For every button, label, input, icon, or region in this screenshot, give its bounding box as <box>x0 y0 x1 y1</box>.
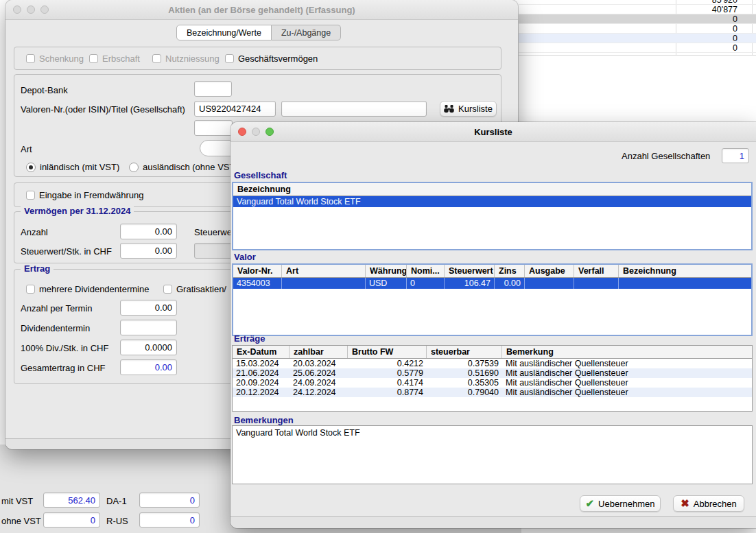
minimize-button[interactable] <box>252 128 260 136</box>
cell-ex-datum: 15.03.2024 <box>233 359 290 368</box>
anzahl-per-termin-field[interactable]: 0.00 <box>120 300 177 316</box>
radio-auslaendisch[interactable]: ausländisch (ohne VST <box>129 162 235 172</box>
steuerwert-stk-label: Steuerwert/Stk. in CHF <box>21 246 112 257</box>
tab-label: Zu-/Abgänge <box>281 28 331 38</box>
kursliste-button[interactable]: Kursliste <box>440 101 497 117</box>
div100-value: 0.0000 <box>145 342 172 353</box>
checkbox-icon <box>26 191 35 200</box>
steuerwert-total-field[interactable] <box>194 243 233 259</box>
header-bemerkung: Bemerkung <box>502 346 752 358</box>
mit-vst-label: mit VST <box>1 496 33 506</box>
table-row[interactable]: 0 <box>519 34 756 43</box>
valoren-label: Valoren-Nr.(oder ISIN)/Titel (Gesellscha… <box>21 104 185 115</box>
header-steuerbar: steuerbar <box>427 346 502 358</box>
cell-zahlbar: 24.09.2024 <box>290 378 348 388</box>
gratisaktien-checkbox[interactable]: Gratisaktien/ <box>163 284 226 294</box>
da1-label: DA-1 <box>106 496 127 506</box>
cell-brutto-fw: 0.4212 <box>348 359 427 368</box>
cell-ausgabe <box>525 278 574 289</box>
header-nominal: Nomi... <box>407 265 445 277</box>
zoom-button[interactable] <box>265 128 274 136</box>
anzahl-per-termin-value: 0.00 <box>155 303 172 313</box>
titel-field[interactable] <box>281 101 427 117</box>
abbrechen-button[interactable]: ✖ Abbrechen <box>673 495 744 512</box>
valor-row-selected[interactable]: 4354003 USD 0 106.47 0.00 <box>233 278 751 289</box>
amount-cell: 40'877 <box>712 5 737 14</box>
depot-bank-field[interactable] <box>194 81 232 97</box>
anzahl-gesellschaften-field[interactable]: 1 <box>722 148 749 163</box>
mehrere-dividendentermine-checkbox[interactable]: mehrere Dividendentermine <box>26 284 149 294</box>
radio-label: ausländisch (ohne VST <box>143 162 235 172</box>
ertraege-row[interactable]: 20.12.2024 24.12.2024 0.8774 0.79040 Mit… <box>233 388 752 397</box>
div100-field[interactable]: 0.0000 <box>120 340 177 355</box>
radio-selected-icon <box>26 163 36 172</box>
table-row[interactable]: 40'877 <box>519 5 756 14</box>
gesellschaft-row-selected[interactable]: Vanguard Total World Stock ETF <box>233 196 751 207</box>
minimize-button[interactable] <box>27 5 35 14</box>
gesamtertrag-field[interactable]: 0.00 <box>120 359 177 375</box>
uebernehmen-button[interactable]: ✔ Uebernehmen <box>580 495 661 512</box>
fremdwaehrung-checkbox[interactable]: Eingabe in Fremdwährung <box>26 190 143 200</box>
anzahl-field[interactable]: 0.00 <box>120 224 177 239</box>
valoren-nr-field[interactable]: US9220427424 <box>194 101 276 117</box>
rus-field[interactable]: 0 <box>139 512 200 528</box>
table-row-selected[interactable]: 0 <box>519 14 756 24</box>
valor-table: Valor-Nr. Art Währung Nomi... Steuerwert… <box>232 263 753 336</box>
radio-inlaendisch[interactable]: inländisch (mit VST) <box>26 162 119 172</box>
cell-verfall <box>574 278 619 289</box>
table-row[interactable]: 0 <box>519 24 756 34</box>
cell-ex-datum: 21.06.2024 <box>233 368 290 378</box>
table-row[interactable]: 0 <box>519 43 756 53</box>
da1-field[interactable]: 0 <box>139 493 200 508</box>
close-button[interactable] <box>13 5 21 14</box>
tab-bezeichnung-werte[interactable]: Bezeichnung/Werte <box>176 25 272 40</box>
dividendentermin-field[interactable] <box>120 320 177 335</box>
background-amount-table: 85'920 40'877 0 0 0 0 <box>519 0 756 56</box>
checkbox-label: Nutzniessung <box>165 54 220 64</box>
ertraege-row[interactable]: 20.09.2024 24.09.2024 0.4174 0.35305 Mit… <box>233 378 752 388</box>
header-bezeichnung: Bezeichnung <box>233 183 751 196</box>
dividendentermin-label: Dividendentermin <box>21 323 90 333</box>
cell-bemerkung: Mit ausländischer Quellensteuer <box>502 378 752 388</box>
ohne-vst-field[interactable]: 0 <box>43 512 100 528</box>
kursliste-titlebar[interactable]: Kursliste <box>231 122 756 142</box>
valoren-nr-value: US9220427424 <box>199 104 261 114</box>
ertraege-row[interactable]: 15.03.2024 20.03.2024 0.4212 0.37539 Mit… <box>233 359 752 368</box>
ertraege-row[interactable]: 21.06.2024 25.06.2024 0.5779 0.51690 Mit… <box>233 368 752 378</box>
cell-brutto-fw: 0.8774 <box>348 388 427 397</box>
bemerkungen-textarea[interactable]: Vanguard Total World Stock ETF <box>232 425 753 484</box>
check-icon: ✔ <box>586 497 595 510</box>
checkbox-label: Gratisaktien/ <box>176 284 226 294</box>
checkbox-icon <box>26 285 35 294</box>
zoom-button[interactable] <box>40 5 49 14</box>
steuerwert-stk-field[interactable]: 0.00 <box>120 243 177 259</box>
titel-field-2[interactable] <box>194 120 233 136</box>
bemerkungen-section-label: Bemerkungen <box>234 415 294 425</box>
cell-zins: 0.00 <box>495 278 525 289</box>
cell-brutto-fw: 0.5779 <box>348 368 427 378</box>
checkbox-icon <box>225 54 234 63</box>
anzahl-label: Anzahl <box>21 227 48 237</box>
cell-steuerbar: 0.51690 <box>427 368 502 378</box>
mit-vst-value: 562.40 <box>68 495 95 506</box>
nutzniessung-checkbox[interactable]: Nutzniessung <box>152 54 220 64</box>
kursliste-window: Kursliste Anzahl Gesellschaften 1 Gesell… <box>231 122 756 528</box>
tab-zu-abgaenge[interactable]: Zu-/Abgänge <box>272 25 341 40</box>
geschaeftsvermoegen-checkbox[interactable]: Geschäftsvermögen <box>225 54 318 64</box>
erbschaft-checkbox[interactable]: Erbschaft <box>89 54 140 64</box>
cell-art <box>282 278 366 289</box>
checkbox-label: Erbschaft <box>102 54 140 64</box>
kursliste-button-label: Kursliste <box>458 104 493 114</box>
cell-ex-datum: 20.12.2024 <box>233 388 290 397</box>
cell-steuerbar: 0.79040 <box>427 388 502 397</box>
div100-label: 100% Div./Stk. in CHF <box>21 343 108 353</box>
close-button[interactable] <box>238 128 246 136</box>
schenkung-checkbox[interactable]: Schenkung <box>26 54 84 64</box>
mit-vst-field[interactable]: 562.40 <box>43 493 100 508</box>
gesamtertrag-label: Gesamtertrag in CHF <box>21 363 106 373</box>
cell-ex-datum: 20.09.2024 <box>233 378 290 388</box>
ertraege-table: Ex-Datum zahlbar Brutto FW steuerbar Bem… <box>232 345 753 412</box>
gesellschaft-table-header: Bezeichnung <box>233 183 751 196</box>
aktien-titlebar[interactable]: Aktien (an der Börse gehandelt) (Erfassu… <box>5 0 518 20</box>
cell-waehrung: USD <box>366 278 407 289</box>
